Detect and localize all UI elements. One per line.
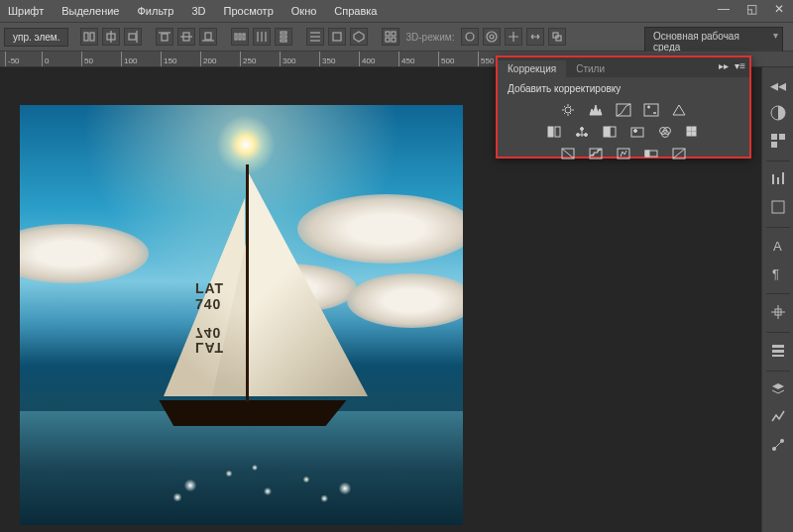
panel-menu-icon[interactable]: ▾≡ (735, 60, 745, 71)
ruler-tick: 200 (200, 52, 216, 67)
menu-view[interactable]: Просмотр (224, 5, 274, 17)
image-cloud (297, 194, 463, 264)
svg-rect-12 (235, 34, 237, 40)
brightness-contrast-icon[interactable] (559, 102, 577, 118)
ruler-tick: 0 (42, 52, 49, 67)
invert-icon[interactable] (559, 146, 577, 161)
align-right-icon[interactable] (124, 28, 142, 46)
close-icon[interactable]: ✕ (771, 2, 787, 16)
black-white-icon[interactable] (601, 124, 619, 140)
more-options-icon[interactable] (382, 28, 399, 46)
menu-select[interactable]: Выделение (61, 5, 119, 17)
auto-align-icon[interactable] (328, 28, 346, 46)
distribute-vc-icon[interactable] (306, 28, 324, 46)
svg-rect-42 (772, 345, 784, 348)
svg-rect-0 (84, 33, 88, 41)
exposure-icon[interactable] (642, 102, 660, 118)
svg-rect-14 (243, 34, 245, 40)
svg-rect-63 (692, 127, 696, 131)
document-canvas[interactable]: LAT 740 LAT 740 (20, 105, 463, 525)
svg-point-47 (565, 107, 571, 113)
selective-color-icon[interactable] (670, 146, 688, 161)
distribute-h-icon[interactable] (231, 28, 249, 46)
ruler-tick: 500 (438, 52, 454, 67)
svg-rect-11 (205, 33, 211, 40)
channels-icon[interactable] (766, 405, 790, 429)
options-bar: упр. элем. 3D-режим: Основная рабочая ср… (0, 22, 793, 52)
tab-adjustments[interactable]: Коррекция (498, 60, 566, 77)
paths-icon[interactable] (766, 433, 790, 457)
menu-font[interactable]: Шрифт (8, 5, 44, 17)
vibrance-icon[interactable] (670, 102, 688, 118)
menu-help[interactable]: Справка (334, 5, 377, 17)
posterize-icon[interactable] (587, 146, 605, 161)
maximize-icon[interactable]: ◱ (743, 2, 759, 16)
ruler-tick: 150 (161, 52, 176, 67)
sail-registration-mirror: LAT 740 (195, 324, 224, 355)
svg-rect-24 (333, 33, 341, 41)
menu-window[interactable]: Окно (291, 5, 317, 17)
svg-rect-51 (555, 127, 560, 137)
svg-rect-56 (610, 127, 616, 137)
svg-text:A: A (773, 239, 782, 254)
svg-rect-70 (645, 151, 649, 157)
svg-rect-65 (692, 132, 696, 136)
adjustments-icon[interactable] (766, 167, 790, 191)
ruler-tick: 550 (478, 52, 494, 67)
distribute-v-icon[interactable] (275, 28, 292, 46)
3d-pan-icon[interactable] (505, 28, 522, 46)
svg-rect-1 (90, 33, 94, 41)
curves-icon[interactable] (615, 102, 632, 118)
color-balance-icon[interactable] (573, 124, 591, 140)
levels-icon[interactable] (587, 102, 605, 118)
svg-point-58 (634, 130, 637, 133)
character-icon[interactable]: A (766, 234, 790, 258)
navigator-icon[interactable] (766, 300, 790, 324)
menu-bar: Шрифт Выделение Фильтр 3D Просмотр Окно … (0, 0, 793, 22)
color-picker-icon[interactable] (766, 101, 790, 125)
menu-filter[interactable]: Фильтр (138, 5, 174, 17)
color-lookup-icon[interactable] (684, 124, 702, 140)
svg-rect-7 (162, 34, 168, 41)
svg-rect-57 (631, 128, 643, 137)
gradient-map-icon[interactable] (642, 146, 660, 161)
align-middle-icon[interactable] (177, 28, 195, 46)
image-sparkle (139, 456, 396, 515)
styles-icon[interactable] (766, 195, 790, 219)
align-top-icon[interactable] (156, 28, 173, 46)
3d-roll-icon[interactable] (483, 28, 501, 46)
ruler-tick: 300 (280, 52, 295, 67)
paragraph-icon[interactable]: ¶ (766, 262, 790, 285)
layers-icon[interactable] (766, 377, 790, 401)
dock-separator (766, 160, 790, 161)
photo-filter-icon[interactable] (628, 124, 646, 140)
3d-rotate-icon[interactable] (461, 28, 479, 46)
align-bottom-icon[interactable] (199, 28, 217, 46)
svg-rect-25 (386, 32, 390, 36)
swatches-icon[interactable] (766, 129, 790, 153)
menu-3d[interactable]: 3D (191, 5, 205, 17)
panel-title: Добавить корректировку (508, 83, 739, 94)
3d-slide-icon[interactable] (526, 28, 544, 46)
svg-rect-19 (281, 36, 286, 38)
tool-preset[interactable]: упр. элем. (4, 28, 68, 47)
expand-dock-icon[interactable]: ◂◂ (766, 73, 790, 97)
tab-styles[interactable]: Стили (566, 60, 615, 77)
svg-rect-49 (644, 104, 658, 116)
hue-saturation-icon[interactable] (545, 124, 563, 140)
minimize-icon[interactable]: — (716, 2, 732, 16)
channel-mixer-icon[interactable] (656, 124, 674, 140)
svg-rect-43 (772, 350, 784, 353)
distribute-hc-icon[interactable] (253, 28, 271, 46)
ruler-tick: 250 (240, 52, 256, 67)
align-edges-icon[interactable] (80, 28, 98, 46)
threshold-icon[interactable] (615, 146, 632, 161)
svg-rect-13 (239, 34, 241, 40)
3d-scale-icon[interactable] (548, 28, 566, 46)
history-icon[interactable] (766, 339, 790, 363)
svg-rect-37 (771, 142, 777, 148)
3d-controls-icon[interactable] (350, 28, 368, 46)
sail-registration: LAT 740 (195, 281, 224, 312)
align-center-icon[interactable] (102, 28, 120, 46)
panel-collapse-icon[interactable]: ▸▸ (719, 60, 729, 71)
